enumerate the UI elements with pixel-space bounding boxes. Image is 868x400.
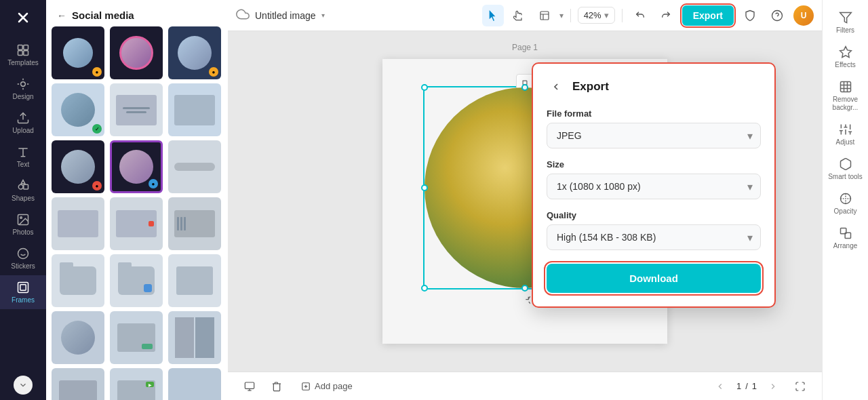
user-avatar[interactable]: U: [793, 5, 814, 26]
right-item-smart-tools[interactable]: Smart tools: [823, 152, 868, 186]
template-thumb-8[interactable]: ●: [110, 140, 163, 193]
sidebar-item-design[interactable]: Design: [0, 72, 46, 106]
download-button[interactable]: Download: [547, 264, 761, 293]
file-format-select[interactable]: JPEG PNG SVG PDF: [547, 123, 761, 148]
filters-label: Filters: [836, 26, 854, 35]
template-thumb-16[interactable]: [52, 311, 104, 364]
template-thumb-14[interactable]: [110, 254, 163, 307]
fullscreen-button[interactable]: [789, 376, 811, 397]
template-thumb-3[interactable]: ●: [168, 26, 221, 79]
panel-back-button[interactable]: ←: [57, 10, 66, 21]
panel-title: Social media: [72, 9, 134, 21]
document-title[interactable]: Untitled image: [255, 10, 316, 21]
handle-top-middle[interactable]: [521, 84, 528, 91]
help-button[interactable]: [766, 5, 788, 26]
zoom-control[interactable]: 42% ▾: [578, 7, 615, 24]
add-page-label: Add page: [315, 381, 353, 391]
right-sidebar: Filters Effects Remove backgr...: [822, 0, 868, 400]
file-format-wrapper: JPEG PNG SVG PDF ▾: [547, 123, 761, 148]
sidebar-item-upload[interactable]: Upload: [0, 106, 46, 140]
next-page-button[interactable]: [762, 376, 784, 397]
svg-rect-15: [20, 285, 26, 290]
scroll-down-indicator[interactable]: [14, 376, 33, 395]
layout-dropdown-icon[interactable]: ▾: [559, 11, 564, 20]
total-pages: 1: [752, 381, 757, 391]
select-tool-button[interactable]: [482, 5, 504, 26]
template-thumb-21[interactable]: [168, 368, 221, 400]
panel-header: ← Social media: [46, 0, 228, 26]
template-thumb-15[interactable]: [168, 254, 221, 307]
sidebar-item-text[interactable]: Text: [0, 140, 46, 174]
template-thumb-12[interactable]: [168, 197, 221, 250]
zoom-level-text: 42%: [584, 10, 601, 20]
svg-rect-26: [840, 82, 850, 92]
sidebar-item-stickers[interactable]: Stickers: [0, 241, 46, 275]
quality-group: Quality Low Medium High (154 KB - 308 KB…: [547, 210, 761, 250]
delete-page-button[interactable]: [266, 376, 288, 397]
sidebar-item-frames[interactable]: Frames: [0, 275, 46, 309]
rotate-handle[interactable]: [518, 295, 532, 308]
template-thumb-2[interactable]: [110, 26, 163, 79]
handle-bottom-middle[interactable]: [521, 285, 528, 292]
template-thumb-10[interactable]: [52, 197, 104, 250]
opacity-label: Opacity: [834, 207, 857, 216]
template-thumb-19[interactable]: [52, 368, 104, 400]
template-thumb-4[interactable]: ✓: [52, 83, 104, 136]
template-panel: ← Social media ● ● ✓: [46, 0, 228, 400]
right-item-effects[interactable]: Effects: [823, 40, 868, 75]
quality-select[interactable]: Low Medium High (154 KB - 308 KB) Maximu…: [547, 224, 761, 250]
bottom-toolbar-left: Add page: [239, 376, 361, 397]
svg-rect-14: [18, 283, 28, 293]
sidebar-item-templates[interactable]: Templates: [0, 38, 46, 72]
title-dropdown-icon[interactable]: ▾: [321, 12, 325, 19]
template-thumb-11[interactable]: [110, 197, 163, 250]
undo-button[interactable]: [629, 5, 651, 26]
current-page: 1: [736, 381, 741, 391]
handle-left-middle[interactable]: [421, 184, 428, 191]
template-grid: ● ● ✓ ● ●: [46, 26, 228, 400]
badge-8: ●: [149, 179, 158, 188]
template-thumb-13[interactable]: [52, 254, 104, 307]
right-item-arrange[interactable]: Arrange: [823, 221, 868, 256]
shield-icon-button[interactable]: [739, 5, 761, 26]
handle-top-left[interactable]: [421, 84, 428, 91]
logo-button[interactable]: [11, 5, 35, 30]
canvas-area: Untitled image ▾: [228, 0, 822, 400]
template-thumb-1[interactable]: ●: [52, 26, 104, 79]
handle-bottom-left[interactable]: [421, 285, 428, 292]
prev-page-button[interactable]: [709, 376, 731, 397]
add-page-button[interactable]: Add page: [293, 378, 361, 395]
export-button[interactable]: Export: [682, 5, 734, 26]
badge-7: ●: [92, 181, 102, 191]
template-thumb-9[interactable]: [168, 140, 221, 193]
canvas-container[interactable]: Page 1: [228, 31, 822, 372]
right-item-opacity[interactable]: Opacity: [823, 186, 868, 221]
template-thumb-17[interactable]: [110, 311, 163, 364]
right-item-adjust[interactable]: Adjust: [823, 117, 868, 152]
page-settings-button[interactable]: [239, 376, 260, 397]
right-item-filters[interactable]: Filters: [823, 5, 868, 40]
badge-4: ✓: [92, 124, 102, 134]
sidebar-item-design-label: Design: [12, 93, 33, 100]
redo-button[interactable]: [655, 5, 677, 26]
template-thumb-6[interactable]: [168, 83, 221, 136]
layout-tool-button[interactable]: [534, 5, 555, 26]
effects-label: Effects: [835, 61, 855, 69]
file-format-group: File format JPEG PNG SVG PDF ▾: [547, 108, 761, 148]
size-select[interactable]: 0.5x (540 x 540 px) 1x (1080 x 1080 px) …: [547, 174, 761, 199]
export-back-button[interactable]: [547, 77, 566, 96]
template-thumb-18[interactable]: [168, 311, 221, 364]
template-thumb-7[interactable]: ●: [52, 140, 104, 193]
sidebar-item-photos[interactable]: Photos: [0, 207, 46, 241]
sidebar-item-frames-label: Frames: [12, 296, 35, 304]
bottom-toolbar-right: 1 / 1: [709, 376, 811, 397]
smart-tools-label: Smart tools: [828, 173, 863, 181]
right-item-remove-bg[interactable]: Remove backgr...: [823, 75, 868, 117]
svg-marker-8: [21, 180, 25, 184]
pan-tool-button[interactable]: [508, 5, 530, 26]
template-thumb-5[interactable]: [110, 83, 163, 136]
cloud-save-icon[interactable]: [236, 7, 250, 24]
template-thumb-20[interactable]: ▶: [110, 368, 163, 400]
sidebar-item-shapes[interactable]: Shapes: [0, 174, 46, 207]
size-group: Size 0.5x (540 x 540 px) 1x (1080 x 1080…: [547, 159, 761, 199]
